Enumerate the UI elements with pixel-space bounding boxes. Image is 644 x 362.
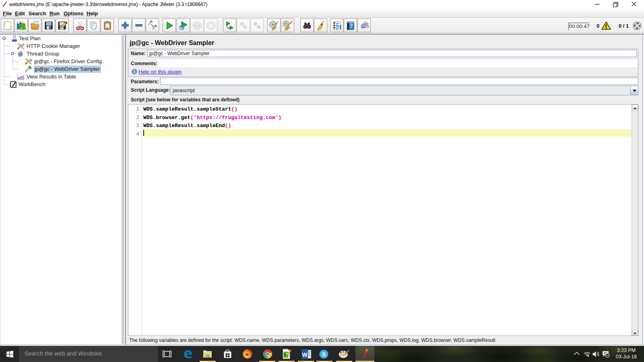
svg-text:?: ?	[350, 23, 353, 29]
svg-text:STOP: STOP	[194, 25, 201, 27]
svg-text:W: W	[302, 352, 308, 358]
svg-text:S: S	[322, 351, 326, 358]
